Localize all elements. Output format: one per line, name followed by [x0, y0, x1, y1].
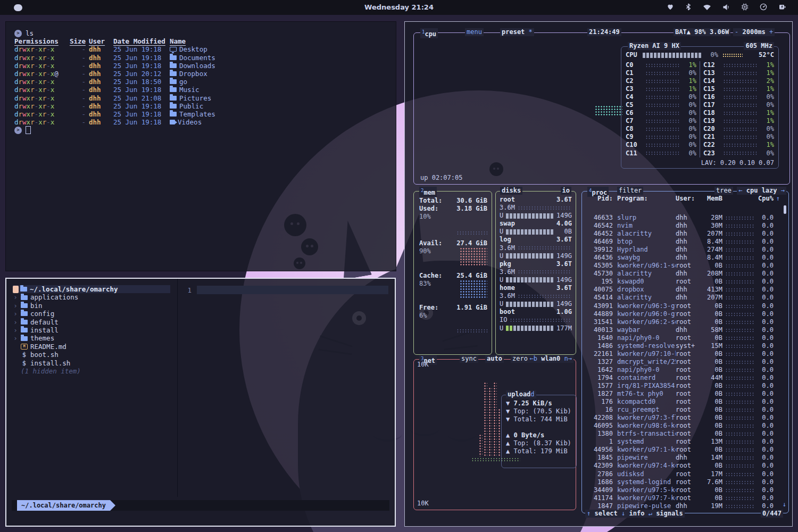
process-row[interactable]: 40075dropbox dhh413M 0.0 — [585, 286, 780, 294]
process-row[interactable]: 46542nvim dhh30M 0.0 — [585, 222, 780, 230]
process-row[interactable]: 46469btop dhh8.4M 0.0 — [585, 238, 780, 246]
tree-cursor — [13, 286, 19, 293]
net-download-graph — [493, 382, 497, 456]
cpu-core-row: C21 0% — [703, 133, 774, 141]
process-row[interactable]: 1794containerd root44M 0.0 — [585, 374, 780, 382]
process-row[interactable]: 1686systemd-logind root7.6M 0.0 — [585, 478, 780, 486]
battery-icon[interactable] — [778, 3, 786, 11]
process-row[interactable]: 1642napi/phy0-0 root0B 0.0 — [585, 366, 780, 374]
shell-prompt-empty[interactable]: > — [14, 126, 387, 134]
process-row[interactable]: 45414alacritty dhh207M 0.0 — [585, 294, 780, 302]
btop-net-box: 3net sync auto zero ←b wlan0 n→ 10K 10K … — [413, 359, 576, 510]
preset-button[interactable]: preset * — [500, 28, 534, 36]
process-row[interactable]: 1327dmcrypt_write/25 root0B 0.0 — [585, 358, 780, 366]
process-row[interactable]: 34409kworker/u97:5-kc root0B 0.0 — [585, 486, 780, 494]
process-row[interactable]: 1486systemd-resolve syst+15M 0.0 — [585, 342, 780, 350]
gauge-icon[interactable] — [760, 3, 767, 11]
process-row[interactable]: 1380btrfs-transactio root0B 0.0 — [585, 430, 780, 438]
mem-cache-graph — [460, 280, 487, 299]
ls-row: drwxr-xr-x@ - dhh 25 Jun 20:12 Dropbox — [14, 70, 387, 78]
process-row[interactable]: 42309kworker/u97:4-kc root0B 0.0 — [585, 462, 780, 470]
process-row[interactable]: 45730alacritty dhh208M 0.0 — [585, 270, 780, 278]
terminal-window-ls[interactable]: > ls Permissions Size User Date Modified… — [5, 21, 396, 271]
cpu-total-label: CPU — [626, 51, 643, 59]
net-interface-switcher[interactable]: ←b wlan0 n→ — [528, 355, 574, 363]
disk-entry-swap: swap4.0G — [500, 220, 572, 228]
process-row[interactable]: 45305kworker/u96:1-sd root0B 0.0 — [585, 262, 780, 270]
volume-icon[interactable] — [722, 4, 730, 11]
net-sync-toggle[interactable]: sync — [460, 355, 478, 363]
proc-filter-button[interactable]: filter — [617, 187, 643, 195]
pane-divider[interactable] — [177, 279, 178, 497]
process-row[interactable]: 16rcu_preempt root0B 0.0 — [585, 406, 780, 414]
disks-io-toggle[interactable]: io — [561, 187, 571, 195]
cpu-model: Ryzen AI 9 HX — [628, 42, 681, 50]
cpu-core-row: C14 2% — [703, 77, 774, 85]
proc-sort-switcher[interactable]: ← cpu lazy → — [737, 187, 786, 195]
proc-scrollbar-thumb[interactable] — [784, 205, 786, 214]
prompt-arrow-icon: > — [14, 127, 22, 134]
process-row[interactable]: 44956kworker/u97:1-kc root0B 0.0 — [585, 446, 780, 454]
folder-icon — [21, 320, 28, 325]
process-row[interactable]: 46436swaybg dhh8.4M 0.0 — [585, 254, 780, 262]
menu-button[interactable]: menu — [465, 28, 484, 36]
net-panel-title[interactable]: uploadd — [506, 390, 536, 398]
process-row[interactable]: 46633slurp dhh28M 0.0 — [585, 214, 780, 222]
ls-row: drwxr-xr-x - dhh 25 Jun 19:18 Videos — [14, 118, 387, 126]
bluetooth-icon[interactable] — [685, 3, 692, 11]
process-row[interactable]: 1847pipewire-pulse dhh19M 0.0 — [585, 502, 780, 510]
command-text: ls — [26, 29, 34, 37]
folder-icon — [21, 303, 28, 308]
process-row[interactable]: 1827mt76-tx phy0 root0B 0.0 — [585, 390, 780, 398]
process-row[interactable]: 176kcompactd0 root0B 0.0 — [585, 398, 780, 406]
btop-clock: 21:24:49 — [587, 28, 621, 36]
markdown-icon: M — [21, 344, 28, 350]
prompt-arrow-icon: > — [14, 30, 22, 37]
process-row[interactable]: 39912Hyprland dhh274M 0.0 — [585, 246, 780, 254]
wifi-icon[interactable] — [703, 4, 711, 11]
proc-scroll-down-icon[interactable]: ↓ — [783, 501, 786, 509]
file-manager-window[interactable]: ~/.local/share/omarchy ›applications›bin… — [5, 278, 396, 527]
process-row[interactable]: 46452alacritty dhh207M 0.0 — [585, 230, 780, 238]
tree-item-themes[interactable]: ›themes — [13, 334, 182, 342]
tree-item-install.sh[interactable]: $install.sh — [13, 359, 182, 367]
btop-proc-box: 4proc filter tree ← cpu lazy → Pid: Prog… — [581, 191, 789, 513]
process-row[interactable]: 1845pipewire dhh14M 0.0 — [585, 454, 780, 462]
cpu-total-meter — [643, 53, 702, 58]
process-row[interactable]: 1640napi/phy0-0 root0B 0.0 — [585, 334, 780, 342]
process-row[interactable]: 22161kworker/u97:10-k root0B 0.0 — [585, 350, 780, 358]
tab-mem[interactable]: 2mem — [419, 187, 437, 197]
tab-cpu[interactable]: 1cpu — [420, 28, 438, 38]
proc-footer-keys[interactable]: ↑ select ↓ info ↵ signals — [585, 510, 685, 518]
tree-item-boot.sh[interactable]: $boot.sh — [13, 351, 182, 359]
process-row[interactable]: 41174kworker/u97:7-kc root0B 0.0 — [585, 494, 780, 502]
tree-root-row[interactable]: ~/.local/share/omarchy — [13, 285, 170, 293]
process-row[interactable]: 42208kworker/u97:3-fl root0B 0.0 — [585, 414, 780, 422]
process-row[interactable]: 1systemd root13M 0.0 — [585, 438, 780, 446]
tree-item-README.md[interactable]: MREADME.md — [13, 343, 182, 351]
tree-item-config[interactable]: ›config — [13, 310, 182, 318]
process-row[interactable]: 43091kworker/u96:3-gf root0B 0.0 — [585, 302, 780, 310]
process-row[interactable]: 2786udisksd root17M 0.0 — [585, 470, 780, 478]
process-row[interactable]: 40013waybar dhh58M 0.0 — [585, 326, 780, 334]
tree-item-bin[interactable]: ›bin — [13, 302, 182, 310]
folder-icon — [170, 87, 177, 92]
process-row[interactable]: 46095kworker/u98:6-kc root0B 0.0 — [585, 422, 780, 430]
tree-item-applications[interactable]: ›applications — [13, 293, 182, 301]
process-row[interactable]: 31541kworker/u96:2-sd root0B 0.0 — [585, 318, 780, 326]
process-row[interactable]: 195kswapd0 root0B 0.0 — [585, 278, 780, 286]
ls-row: drwxr-xr-x - dhh 25 Jun 19:18 Documents — [14, 54, 387, 62]
interval-control[interactable]: - 2000ms + — [733, 28, 775, 36]
cpu-chip-icon[interactable] — [741, 3, 749, 11]
net-zero-toggle[interactable]: zero — [511, 355, 529, 363]
tree-item-default[interactable]: ›default — [13, 318, 182, 326]
packages-icon[interactable] — [667, 3, 674, 11]
process-row[interactable]: 44889kworker/u96:0-gf root0B 0.0 — [585, 310, 780, 318]
proc-tree-toggle[interactable]: tree — [714, 187, 733, 195]
net-auto-toggle[interactable]: auto — [485, 355, 504, 363]
chevron-right-icon: › — [13, 302, 18, 310]
process-row[interactable]: 1577irq/81-PIXA3854: root0B 0.0 — [585, 382, 780, 390]
tree-item-install[interactable]: ›install — [13, 326, 182, 334]
btop-window[interactable]: 1cpu menu preset * 21:24:49 BAT▲ 98% 3.0… — [404, 21, 793, 527]
ls-row: drwxr-xr-x - dhh 25 Jun 21:08 Pictures — [14, 94, 387, 102]
